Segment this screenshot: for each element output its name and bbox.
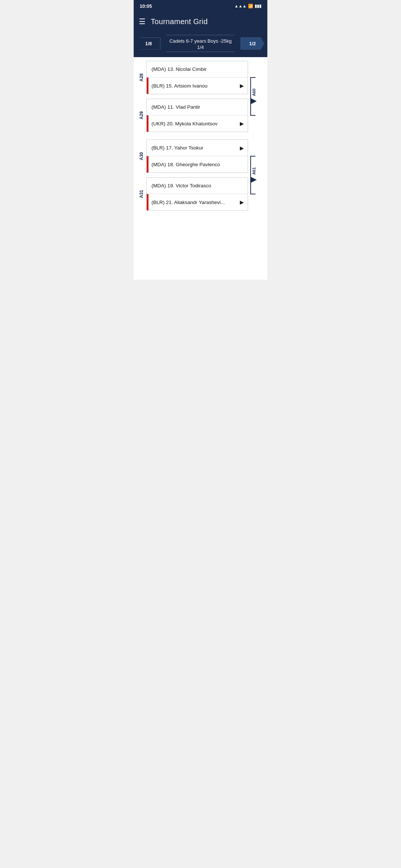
content: A28 (MDA) 13. Nicolai Cimbir (BLR) 15. A… bbox=[134, 57, 267, 280]
connector-label-a60: A60 bbox=[252, 89, 256, 96]
play-icon[interactable]: ▶ bbox=[236, 145, 248, 151]
match-a28-player2[interactable]: (BLR) 15. Artsiom Ivanou ▶ bbox=[147, 78, 248, 94]
match-label-a29: A29 bbox=[137, 99, 146, 132]
player-name: (BLR) 15. Artsiom Ivanou bbox=[149, 83, 236, 89]
match-label-a28: A28 bbox=[137, 61, 146, 94]
connector-arrow-a61: ▶ bbox=[251, 175, 257, 183]
match-a31-player1[interactable]: (MDA) 19. Victor Todirasco bbox=[147, 178, 248, 194]
header: ☰ Tournament Grid bbox=[134, 12, 267, 31]
player-name: (MDA) 13. Nicolai Cimbir bbox=[149, 66, 248, 72]
play-icon[interactable]: ▶ bbox=[236, 199, 248, 205]
match-a28-player1[interactable]: (MDA) 13. Nicolai Cimbir bbox=[147, 61, 248, 78]
player-name: (UKR) 20. Mykola Khatuntsov bbox=[149, 121, 236, 126]
status-icons: ▲▲▲ 📶 ▮▮▮ bbox=[234, 4, 261, 9]
connector-label-a61: A61 bbox=[252, 167, 256, 175]
signal-icon: ▲▲▲ bbox=[234, 4, 247, 8]
match-a29-player1[interactable]: (MDA) 11. Vlad Pantir bbox=[147, 99, 248, 115]
menu-icon[interactable]: ☰ bbox=[139, 17, 146, 26]
nav-tabs: 1/8 Cadets 6-7 years Boys -25kg 1/4 1/2 bbox=[134, 31, 267, 57]
match-label-a31: A31 bbox=[137, 177, 146, 211]
tab-category-line2: 1/4 bbox=[197, 45, 204, 50]
match-a29: (MDA) 11. Vlad Pantir (UKR) 20. Mykola K… bbox=[146, 99, 248, 132]
tab-one-half[interactable]: 1/2 bbox=[241, 37, 264, 50]
player-name: (MDA) 19. Victor Todirasco bbox=[149, 183, 248, 188]
player-name: (BLR) 21. Aliaksandr Yarashevi... bbox=[149, 200, 236, 205]
player-name: (BLR) 17. Yahor Tsokur bbox=[149, 145, 236, 151]
match-a28: (MDA) 13. Nicolai Cimbir (BLR) 15. Artsi… bbox=[146, 61, 248, 94]
play-icon[interactable]: ▶ bbox=[236, 121, 248, 126]
wifi-icon: 📶 bbox=[248, 4, 253, 9]
play-icon[interactable]: ▶ bbox=[236, 83, 248, 89]
player-name: (MDA) 11. Vlad Pantir bbox=[149, 104, 248, 110]
status-time: 10:05 bbox=[140, 3, 152, 9]
match-a30-player1[interactable]: (BLR) 17. Yahor Tsokur ▶ bbox=[147, 140, 248, 156]
page-title: Tournament Grid bbox=[151, 17, 208, 26]
tab-category[interactable]: Cadets 6-7 years Boys -25kg 1/4 bbox=[162, 35, 239, 52]
match-a31-player2[interactable]: (BLR) 21. Aliaksandr Yarashevi... ▶ bbox=[147, 194, 248, 210]
status-bar: 10:05 ▲▲▲ 📶 ▮▮▮ bbox=[134, 0, 267, 12]
match-a30: (BLR) 17. Yahor Tsokur ▶ (MDA) 18. Gheor… bbox=[146, 139, 248, 173]
tab-one-eighth[interactable]: 1/8 bbox=[137, 37, 160, 50]
connector-arrow-a60: ▶ bbox=[251, 97, 257, 104]
match-a30-player2[interactable]: (MDA) 18. Gheorghe Pavlenco bbox=[147, 156, 248, 172]
match-a31: (MDA) 19. Victor Todirasco (BLR) 21. Ali… bbox=[146, 177, 248, 211]
battery-icon: ▮▮▮ bbox=[255, 4, 261, 9]
tab-category-line1: Cadets 6-7 years Boys -25kg bbox=[169, 38, 232, 44]
match-label-a30: A30 bbox=[137, 139, 146, 173]
player-name: (MDA) 18. Gheorghe Pavlenco bbox=[149, 162, 248, 167]
match-a29-player2[interactable]: (UKR) 20. Mykola Khatuntsov ▶ bbox=[147, 115, 248, 132]
